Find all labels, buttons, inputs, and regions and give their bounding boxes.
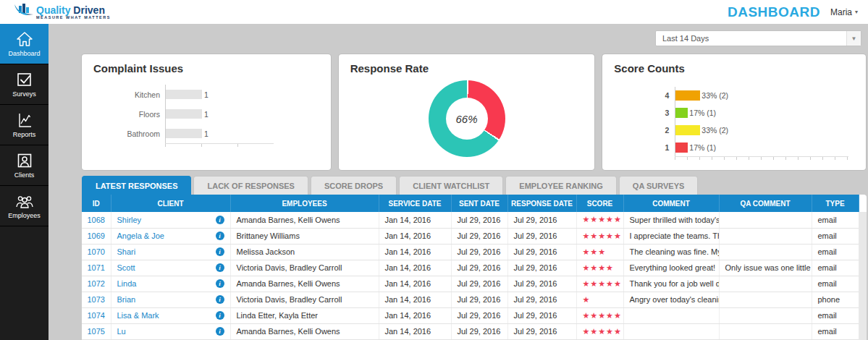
- info-icon[interactable]: i: [216, 311, 224, 320]
- response-date-cell: Jul 29, 2016: [507, 323, 576, 339]
- sidebar-item-dashboard[interactable]: Dashboard: [0, 24, 49, 64]
- sidebar-item-reports[interactable]: Reports: [0, 105, 49, 145]
- info-icon[interactable]: i: [216, 295, 224, 304]
- qa-comment-cell: Only issue was one little spot on the...: [719, 260, 812, 276]
- complaint-bar: [166, 90, 202, 99]
- sidebar-item-label: Reports: [13, 131, 36, 138]
- score-category-label: 1: [602, 143, 675, 152]
- response-id-link[interactable]: 1073: [88, 295, 105, 304]
- type-cell: email: [812, 323, 859, 339]
- logo-swoosh-icon: [13, 3, 35, 22]
- tab-score-drops[interactable]: SCORE DROPS: [311, 176, 397, 195]
- employees-cell: Brittaney Williams: [230, 228, 379, 244]
- tab-lack-of-responses[interactable]: LACK OF RESPONSES: [193, 176, 308, 195]
- service-date-cell: Jan 14, 2016: [379, 244, 451, 260]
- tab-latest-responses[interactable]: LATEST RESPONSES: [82, 176, 191, 195]
- column-header-employees: EMPLOYEES: [230, 195, 379, 212]
- sidebar-item-label: Dashboard: [8, 50, 40, 57]
- client-link[interactable]: Angela & Joe: [117, 231, 164, 240]
- info-icon[interactable]: i: [216, 279, 224, 288]
- employees-cell: Victoria Davis, Bradley Carroll: [230, 292, 379, 307]
- service-date-cell: Jan 14, 2016: [379, 292, 451, 307]
- client-link[interactable]: Scott: [117, 263, 135, 272]
- client-link[interactable]: Shirley: [117, 216, 142, 224]
- type-cell: email: [812, 244, 859, 260]
- chevron-down-icon: ▼: [846, 31, 861, 46]
- response-date-cell: Jul 29, 2016: [507, 307, 576, 323]
- complaint-category-label: Bathroom: [82, 129, 165, 138]
- service-date-cell: Jan 14, 2016: [379, 212, 451, 228]
- comment-cell: Everything looked great!: [623, 260, 719, 276]
- top-header: Quality Driven Measure What Matters DASH…: [0, 0, 868, 24]
- date-range-select[interactable]: Last 14 Days ▼: [655, 30, 861, 46]
- employees-cell: Amanda Barnes, Kelli Owens: [230, 276, 379, 292]
- type-cell: email: [812, 260, 859, 276]
- response-id-link[interactable]: 1069: [88, 231, 105, 240]
- response-id-link[interactable]: 1072: [88, 279, 105, 288]
- type-cell: email: [812, 276, 859, 292]
- response-id-link[interactable]: 1068: [88, 216, 105, 224]
- score-category-label: 4: [602, 91, 675, 100]
- score-bar-value: 33% (2): [701, 91, 728, 100]
- response-id-link[interactable]: 1070: [88, 247, 105, 256]
- score-bar-value: 17% (1): [689, 109, 716, 117]
- user-menu[interactable]: Maria ▾: [830, 7, 858, 17]
- complaint-bar-value: 1: [204, 110, 208, 119]
- client-link[interactable]: Shari: [117, 247, 136, 256]
- date-range-value: Last 14 Days: [656, 34, 709, 43]
- client-link[interactable]: Brian: [117, 295, 136, 304]
- response-date-cell: Jul 29, 2016: [507, 228, 576, 244]
- sidebar-item-employees[interactable]: Employees: [0, 186, 49, 226]
- info-icon[interactable]: i: [216, 216, 224, 224]
- column-header-comment: COMMENT: [623, 195, 719, 212]
- clients-icon: [15, 152, 34, 169]
- tab-qa-surveys[interactable]: QA SURVEYS: [619, 176, 699, 195]
- employees-cell: Amanda Barnes, Kelli Owens: [230, 212, 379, 228]
- info-icon[interactable]: i: [216, 263, 224, 272]
- client-link[interactable]: Linda: [117, 279, 137, 288]
- comment-cell: The cleaning was fine. My concern h...: [623, 244, 719, 260]
- sidebar-item-clients[interactable]: Clients: [0, 145, 49, 186]
- sent-date-cell: Jul 29, 2016: [451, 307, 507, 323]
- star-rating: ★★★★★: [583, 311, 622, 320]
- qa-comment-cell: [719, 228, 812, 244]
- response-date-cell: Jul 29, 2016: [507, 212, 576, 228]
- score-bar-value: 17% (1): [689, 143, 716, 152]
- score-counts-axis: [675, 156, 848, 160]
- score-bar-row: 433% (2): [602, 87, 866, 104]
- employees-icon: [15, 192, 34, 210]
- home-icon: [15, 30, 34, 48]
- responses-table-wrap: IDCLIENTEMPLOYEESSERVICE DATESENT DATERE…: [82, 195, 867, 340]
- table-row: 1071ScottiVictoria Davis, Bradley Carrol…: [82, 260, 859, 276]
- complaint-issues-chart: Kitchen1Floors1Bathroom1: [82, 85, 331, 143]
- complaint-bar-row: Bathroom1: [82, 124, 331, 143]
- info-icon[interactable]: i: [216, 327, 224, 336]
- client-link[interactable]: Lisa & Mark: [117, 311, 159, 320]
- info-icon[interactable]: i: [216, 247, 224, 256]
- score-category-label: 2: [602, 126, 675, 135]
- tab-employee-ranking[interactable]: EMPLOYEE RANKING: [505, 176, 617, 195]
- sidebar-item-surveys[interactable]: Surveys: [0, 64, 49, 105]
- score-bar: [675, 143, 688, 153]
- type-cell: phone: [812, 292, 859, 307]
- response-rate-card: Response Rate 66%: [339, 54, 595, 170]
- tab-client-watchlist[interactable]: CLIENT WATCHLIST: [399, 176, 503, 195]
- complaint-category-label: Kitchen: [82, 90, 165, 99]
- response-id-link[interactable]: 1071: [88, 263, 105, 272]
- sent-date-cell: Jul 29, 2016: [451, 260, 507, 276]
- info-icon[interactable]: i: [216, 231, 224, 240]
- client-link[interactable]: Lu: [117, 327, 126, 336]
- response-date-cell: Jul 29, 2016: [507, 292, 576, 307]
- reports-icon: [15, 111, 34, 129]
- sidebar-item-label: Employees: [8, 212, 41, 219]
- score-bar: [675, 108, 688, 118]
- response-id-link[interactable]: 1074: [88, 311, 105, 320]
- service-date-cell: Jan 14, 2016: [379, 276, 451, 292]
- response-id-link[interactable]: 1075: [88, 327, 105, 336]
- column-header-service-date: SERVICE DATE: [379, 195, 451, 212]
- sent-date-cell: Jul 29, 2016: [451, 212, 507, 228]
- type-cell: email: [812, 307, 859, 323]
- response-rate-donut: 66%: [429, 80, 505, 157]
- table-scrollbar[interactable]: [859, 212, 867, 340]
- user-name: Maria: [830, 7, 852, 17]
